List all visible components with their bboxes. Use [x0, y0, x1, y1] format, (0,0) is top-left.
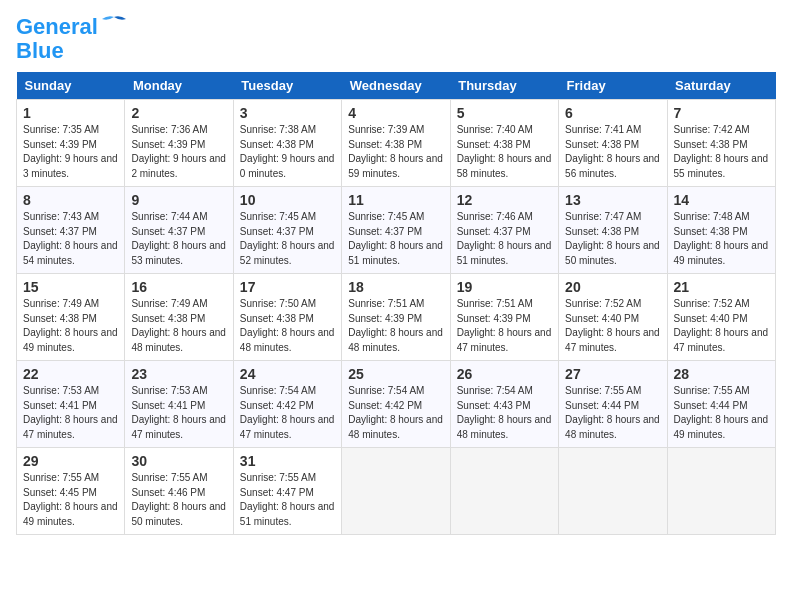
col-header-saturday: Saturday — [667, 72, 775, 100]
day-number: 20 — [565, 279, 660, 295]
day-number: 30 — [131, 453, 226, 469]
day-info: Sunrise: 7:43 AMSunset: 4:37 PMDaylight:… — [23, 211, 118, 266]
day-number: 4 — [348, 105, 443, 121]
day-number: 25 — [348, 366, 443, 382]
day-number: 17 — [240, 279, 335, 295]
calendar-cell: 16 Sunrise: 7:49 AMSunset: 4:38 PMDaylig… — [125, 274, 233, 361]
day-info: Sunrise: 7:54 AMSunset: 4:42 PMDaylight:… — [348, 385, 443, 440]
calendar-cell: 14 Sunrise: 7:48 AMSunset: 4:38 PMDaylig… — [667, 187, 775, 274]
week-row-4: 22 Sunrise: 7:53 AMSunset: 4:41 PMDaylig… — [17, 361, 776, 448]
day-info: Sunrise: 7:55 AMSunset: 4:44 PMDaylight:… — [674, 385, 769, 440]
week-row-2: 8 Sunrise: 7:43 AMSunset: 4:37 PMDayligh… — [17, 187, 776, 274]
day-number: 3 — [240, 105, 335, 121]
calendar-cell: 4 Sunrise: 7:39 AMSunset: 4:38 PMDayligh… — [342, 100, 450, 187]
logo-text: General — [16, 16, 98, 38]
calendar-cell: 1 Sunrise: 7:35 AMSunset: 4:39 PMDayligh… — [17, 100, 125, 187]
day-number: 10 — [240, 192, 335, 208]
day-info: Sunrise: 7:55 AMSunset: 4:47 PMDaylight:… — [240, 472, 335, 527]
day-number: 31 — [240, 453, 335, 469]
calendar-table: SundayMondayTuesdayWednesdayThursdayFrid… — [16, 72, 776, 535]
week-row-3: 15 Sunrise: 7:49 AMSunset: 4:38 PMDaylig… — [17, 274, 776, 361]
day-info: Sunrise: 7:55 AMSunset: 4:44 PMDaylight:… — [565, 385, 660, 440]
day-info: Sunrise: 7:55 AMSunset: 4:45 PMDaylight:… — [23, 472, 118, 527]
calendar-cell: 29 Sunrise: 7:55 AMSunset: 4:45 PMDaylig… — [17, 448, 125, 535]
day-info: Sunrise: 7:36 AMSunset: 4:39 PMDaylight:… — [131, 124, 226, 179]
calendar-cell: 2 Sunrise: 7:36 AMSunset: 4:39 PMDayligh… — [125, 100, 233, 187]
col-header-friday: Friday — [559, 72, 667, 100]
day-info: Sunrise: 7:45 AMSunset: 4:37 PMDaylight:… — [348, 211, 443, 266]
header-row: SundayMondayTuesdayWednesdayThursdayFrid… — [17, 72, 776, 100]
calendar-cell — [450, 448, 558, 535]
calendar-cell: 27 Sunrise: 7:55 AMSunset: 4:44 PMDaylig… — [559, 361, 667, 448]
calendar-cell: 24 Sunrise: 7:54 AMSunset: 4:42 PMDaylig… — [233, 361, 341, 448]
day-number: 8 — [23, 192, 118, 208]
week-row-5: 29 Sunrise: 7:55 AMSunset: 4:45 PMDaylig… — [17, 448, 776, 535]
logo-bird-icon — [100, 15, 128, 35]
day-number: 29 — [23, 453, 118, 469]
day-number: 1 — [23, 105, 118, 121]
col-header-wednesday: Wednesday — [342, 72, 450, 100]
day-info: Sunrise: 7:53 AMSunset: 4:41 PMDaylight:… — [131, 385, 226, 440]
calendar-cell: 25 Sunrise: 7:54 AMSunset: 4:42 PMDaylig… — [342, 361, 450, 448]
calendar-cell: 3 Sunrise: 7:38 AMSunset: 4:38 PMDayligh… — [233, 100, 341, 187]
logo-blue-text: Blue — [16, 40, 64, 62]
day-info: Sunrise: 7:49 AMSunset: 4:38 PMDaylight:… — [23, 298, 118, 353]
day-number: 13 — [565, 192, 660, 208]
calendar-cell: 20 Sunrise: 7:52 AMSunset: 4:40 PMDaylig… — [559, 274, 667, 361]
calendar-cell: 21 Sunrise: 7:52 AMSunset: 4:40 PMDaylig… — [667, 274, 775, 361]
col-header-thursday: Thursday — [450, 72, 558, 100]
calendar-cell: 22 Sunrise: 7:53 AMSunset: 4:41 PMDaylig… — [17, 361, 125, 448]
calendar-cell: 10 Sunrise: 7:45 AMSunset: 4:37 PMDaylig… — [233, 187, 341, 274]
day-info: Sunrise: 7:55 AMSunset: 4:46 PMDaylight:… — [131, 472, 226, 527]
week-row-1: 1 Sunrise: 7:35 AMSunset: 4:39 PMDayligh… — [17, 100, 776, 187]
day-info: Sunrise: 7:52 AMSunset: 4:40 PMDaylight:… — [565, 298, 660, 353]
calendar-cell: 5 Sunrise: 7:40 AMSunset: 4:38 PMDayligh… — [450, 100, 558, 187]
day-number: 5 — [457, 105, 552, 121]
day-info: Sunrise: 7:52 AMSunset: 4:40 PMDaylight:… — [674, 298, 769, 353]
day-number: 28 — [674, 366, 769, 382]
day-info: Sunrise: 7:50 AMSunset: 4:38 PMDaylight:… — [240, 298, 335, 353]
day-info: Sunrise: 7:49 AMSunset: 4:38 PMDaylight:… — [131, 298, 226, 353]
day-info: Sunrise: 7:44 AMSunset: 4:37 PMDaylight:… — [131, 211, 226, 266]
day-number: 15 — [23, 279, 118, 295]
calendar-cell: 30 Sunrise: 7:55 AMSunset: 4:46 PMDaylig… — [125, 448, 233, 535]
day-info: Sunrise: 7:42 AMSunset: 4:38 PMDaylight:… — [674, 124, 769, 179]
page-header: General Blue — [16, 16, 776, 62]
calendar-cell: 28 Sunrise: 7:55 AMSunset: 4:44 PMDaylig… — [667, 361, 775, 448]
calendar-cell: 13 Sunrise: 7:47 AMSunset: 4:38 PMDaylig… — [559, 187, 667, 274]
day-info: Sunrise: 7:35 AMSunset: 4:39 PMDaylight:… — [23, 124, 118, 179]
day-number: 11 — [348, 192, 443, 208]
day-info: Sunrise: 7:45 AMSunset: 4:37 PMDaylight:… — [240, 211, 335, 266]
day-info: Sunrise: 7:53 AMSunset: 4:41 PMDaylight:… — [23, 385, 118, 440]
day-number: 27 — [565, 366, 660, 382]
calendar-cell — [559, 448, 667, 535]
calendar-cell: 8 Sunrise: 7:43 AMSunset: 4:37 PMDayligh… — [17, 187, 125, 274]
day-number: 7 — [674, 105, 769, 121]
day-info: Sunrise: 7:47 AMSunset: 4:38 PMDaylight:… — [565, 211, 660, 266]
calendar-cell: 17 Sunrise: 7:50 AMSunset: 4:38 PMDaylig… — [233, 274, 341, 361]
calendar-cell: 15 Sunrise: 7:49 AMSunset: 4:38 PMDaylig… — [17, 274, 125, 361]
day-info: Sunrise: 7:51 AMSunset: 4:39 PMDaylight:… — [457, 298, 552, 353]
day-info: Sunrise: 7:40 AMSunset: 4:38 PMDaylight:… — [457, 124, 552, 179]
day-number: 22 — [23, 366, 118, 382]
day-number: 23 — [131, 366, 226, 382]
day-number: 21 — [674, 279, 769, 295]
logo: General Blue — [16, 16, 128, 62]
day-info: Sunrise: 7:41 AMSunset: 4:38 PMDaylight:… — [565, 124, 660, 179]
day-info: Sunrise: 7:48 AMSunset: 4:38 PMDaylight:… — [674, 211, 769, 266]
day-number: 6 — [565, 105, 660, 121]
day-info: Sunrise: 7:38 AMSunset: 4:38 PMDaylight:… — [240, 124, 335, 179]
day-number: 2 — [131, 105, 226, 121]
day-number: 26 — [457, 366, 552, 382]
day-number: 16 — [131, 279, 226, 295]
col-header-monday: Monday — [125, 72, 233, 100]
day-number: 24 — [240, 366, 335, 382]
calendar-cell: 11 Sunrise: 7:45 AMSunset: 4:37 PMDaylig… — [342, 187, 450, 274]
calendar-cell — [667, 448, 775, 535]
calendar-cell — [342, 448, 450, 535]
day-info: Sunrise: 7:51 AMSunset: 4:39 PMDaylight:… — [348, 298, 443, 353]
day-info: Sunrise: 7:54 AMSunset: 4:42 PMDaylight:… — [240, 385, 335, 440]
calendar-cell: 7 Sunrise: 7:42 AMSunset: 4:38 PMDayligh… — [667, 100, 775, 187]
calendar-cell: 9 Sunrise: 7:44 AMSunset: 4:37 PMDayligh… — [125, 187, 233, 274]
day-number: 19 — [457, 279, 552, 295]
